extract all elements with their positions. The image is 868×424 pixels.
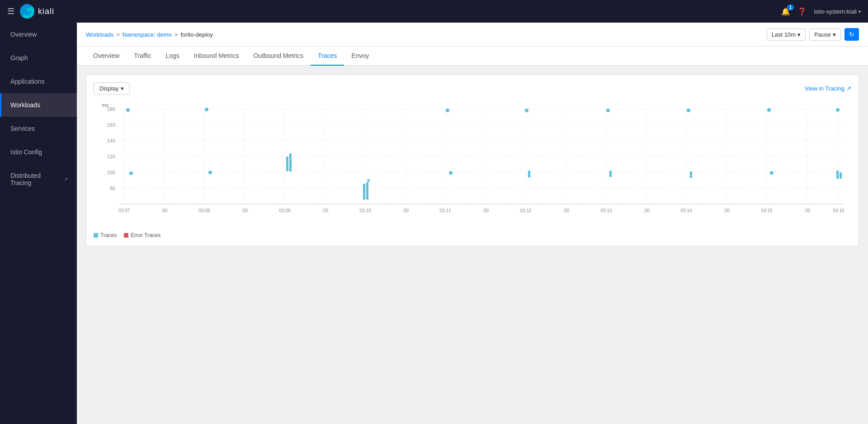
breadcrumb-workloads[interactable]: Workloads xyxy=(86,31,113,38)
kiali-logo-text: kiali xyxy=(38,7,54,16)
svg-text:03:13: 03:13 xyxy=(600,208,612,213)
sidebar-label-overview: Overview xyxy=(10,31,37,38)
svg-text::30: :30 xyxy=(402,208,409,213)
svg-point-54 xyxy=(126,108,130,112)
chart-toolbar: Display ▾ View in Tracing ↗ xyxy=(94,82,851,95)
refresh-button[interactable]: ↻ xyxy=(844,28,859,41)
traces-chart: ms 180 160 140 120 100 80 xyxy=(94,100,851,227)
view-tracing-link[interactable]: View in Tracing ↗ xyxy=(805,85,851,92)
svg-point-56 xyxy=(205,108,208,111)
chart-legend: Traces Error Traces xyxy=(94,232,851,238)
svg-text:03:07: 03:07 xyxy=(118,208,130,213)
breadcrumb-namespace[interactable]: Namespace: demo xyxy=(123,31,172,38)
svg-text:140: 140 xyxy=(107,138,115,143)
sidebar-item-applications[interactable]: Applications xyxy=(0,70,77,93)
breadcrumb-sep1: > xyxy=(116,31,120,38)
sidebar-item-overview[interactable]: Overview xyxy=(0,23,77,46)
chart-wrapper: ms 180 160 140 120 100 80 xyxy=(94,100,851,238)
svg-point-72 xyxy=(770,171,774,175)
sidebar-label-workloads: Workloads xyxy=(10,101,40,109)
tab-overview[interactable]: Overview xyxy=(86,47,127,66)
svg-point-73 xyxy=(836,108,840,112)
pause-select[interactable]: Pause ▾ xyxy=(809,29,841,41)
display-button[interactable]: Display ▾ xyxy=(94,82,130,95)
svg-rect-61 xyxy=(366,182,368,200)
sidebar-label-distributed-tracing: Distributed Tracing xyxy=(10,172,58,186)
chart-container: Display ▾ View in Tracing ↗ ms xyxy=(86,75,859,246)
svg-text::30: :30 xyxy=(322,208,328,213)
legend-traces: Traces xyxy=(94,232,117,238)
kiali-logo-icon xyxy=(20,4,34,19)
sidebar-label-services: Services xyxy=(10,125,35,132)
svg-point-64 xyxy=(449,171,453,175)
svg-text:100: 100 xyxy=(107,170,115,175)
top-bar-controls: Last 10m ▾ Pause ▾ ↻ xyxy=(767,28,859,41)
legend-error-traces-color xyxy=(124,233,128,238)
svg-text::30: :30 xyxy=(482,208,489,213)
tab-outbound-metrics[interactable]: Outbound Metrics xyxy=(246,47,311,66)
sidebar-item-graph[interactable]: Graph xyxy=(0,46,77,70)
hamburger-menu[interactable]: ☰ xyxy=(7,6,14,16)
svg-text:80: 80 xyxy=(110,186,115,191)
svg-point-57 xyxy=(208,171,212,174)
sidebar: Overview Graph Applications Workloads Se… xyxy=(0,23,77,424)
header-left: ☰ kiali xyxy=(7,4,54,19)
user-dropdown-arrow: ▾ xyxy=(859,9,861,14)
svg-text:03:12: 03:12 xyxy=(520,208,531,213)
svg-rect-58 xyxy=(286,157,288,171)
sidebar-item-distributed-tracing[interactable]: Distributed Tracing ↗ xyxy=(0,164,77,195)
svg-rect-60 xyxy=(363,184,365,200)
svg-text:120: 120 xyxy=(107,154,115,159)
svg-text::30: :30 xyxy=(161,208,167,213)
svg-rect-75 xyxy=(840,172,842,179)
svg-text:03:09: 03:09 xyxy=(279,208,290,213)
notification-badge: 1 xyxy=(787,5,794,10)
sidebar-item-istio-config[interactable]: Istio Config xyxy=(0,140,77,164)
user-dropdown[interactable]: istio-system:kiali ▾ xyxy=(814,8,861,15)
top-bar: Workloads > Namespace: demo > fortio-dep… xyxy=(77,23,868,47)
tab-logs[interactable]: Logs xyxy=(158,47,186,66)
svg-rect-68 xyxy=(609,171,612,177)
tab-inbound-metrics[interactable]: Inbound Metrics xyxy=(187,47,246,66)
svg-rect-59 xyxy=(289,153,292,172)
external-link-icon: ↗ xyxy=(64,176,68,182)
breadcrumb: Workloads > Namespace: demo > fortio-dep… xyxy=(86,31,213,38)
app-body: Overview Graph Applications Workloads Se… xyxy=(0,23,868,424)
kiali-logo: kiali xyxy=(20,4,54,19)
sidebar-item-services[interactable]: Services xyxy=(0,117,77,140)
time-range-arrow: ▾ xyxy=(797,31,801,38)
sidebar-label-istio-config: Istio Config xyxy=(10,148,42,156)
svg-text::30: :30 xyxy=(241,208,248,213)
legend-error-traces: Error Traces xyxy=(124,232,160,238)
sidebar-label-applications: Applications xyxy=(10,78,45,85)
svg-point-65 xyxy=(525,109,528,112)
header-right: 🔔 1 ❓ istio-system:kiali ▾ xyxy=(781,7,861,16)
help-icon[interactable]: ❓ xyxy=(797,7,807,16)
view-tracing-label: View in Tracing xyxy=(805,85,844,92)
svg-text::30: :30 xyxy=(804,208,810,213)
svg-point-62 xyxy=(367,179,370,182)
tab-traces[interactable]: Traces xyxy=(311,47,344,66)
legend-traces-color xyxy=(94,233,98,238)
tabs-bar: Overview Traffic Logs Inbound Metrics Ou… xyxy=(77,47,868,66)
svg-rect-66 xyxy=(528,171,530,177)
svg-text:03:08: 03:08 xyxy=(198,208,210,213)
notification-bell[interactable]: 🔔 1 xyxy=(781,7,790,16)
tab-traffic[interactable]: Traffic xyxy=(127,47,158,66)
svg-text:03:15: 03:15 xyxy=(761,208,772,213)
pause-label: Pause xyxy=(814,31,831,38)
time-range-select[interactable]: Last 10m ▾ xyxy=(767,29,806,41)
pause-arrow: ▾ xyxy=(833,31,836,38)
svg-rect-74 xyxy=(836,171,839,179)
display-arrow: ▾ xyxy=(121,85,124,92)
sidebar-item-workloads[interactable]: Workloads xyxy=(0,93,77,117)
svg-text::30: :30 xyxy=(643,208,650,213)
tab-envoy[interactable]: Envoy xyxy=(344,47,376,66)
top-header: ☰ kiali 🔔 1 ❓ istio-system:kiali ▾ xyxy=(0,0,868,23)
svg-text:03:14: 03:14 xyxy=(680,208,692,213)
svg-point-55 xyxy=(129,172,133,175)
breadcrumb-current: fortio-deploy xyxy=(181,31,213,38)
legend-traces-label: Traces xyxy=(100,232,117,238)
svg-text::30: :30 xyxy=(723,208,730,213)
legend-error-traces-label: Error Traces xyxy=(131,232,160,238)
